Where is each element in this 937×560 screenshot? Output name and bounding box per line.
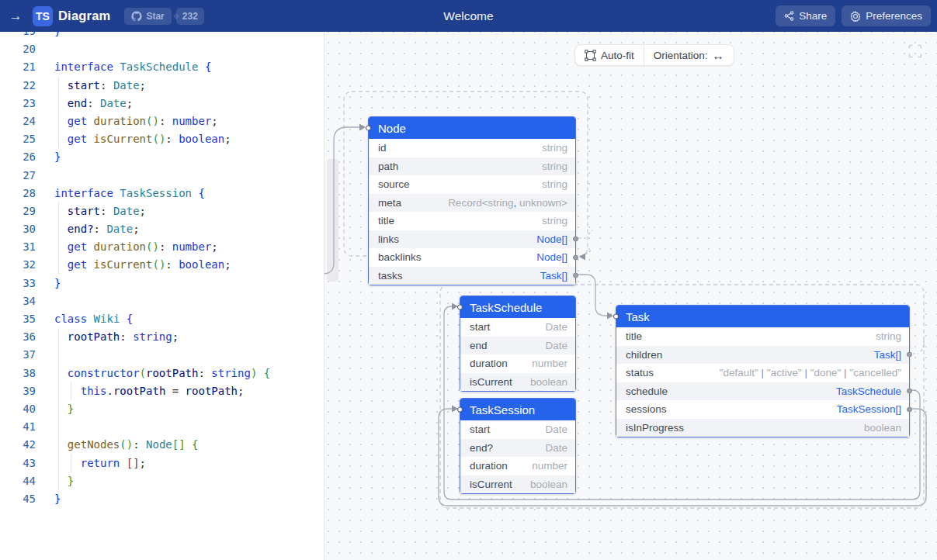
field-type: Node[]: [536, 251, 567, 263]
entity-header-task[interactable]: Task: [616, 306, 909, 327]
edge-tasks-task: [578, 275, 607, 316]
field-name: isInProgress: [626, 422, 684, 434]
code-text: [36, 418, 54, 436]
line-number: 39: [0, 382, 36, 400]
field-row-title[interactable]: titlestring: [369, 212, 575, 230]
fullscreen-icon[interactable]: [908, 44, 922, 58]
code-line[interactable]: 33}: [0, 275, 324, 292]
code-line[interactable]: 34: [0, 292, 324, 310]
code-text: get duration(): number;: [36, 112, 218, 130]
code-line[interactable]: 38 constructor(rootPath: string) {: [0, 365, 324, 382]
field-type: Task[]: [540, 270, 567, 282]
code-line[interactable]: 39 this.rootPath = rootPath;: [0, 382, 324, 400]
line-number: 45: [0, 490, 36, 508]
code-line[interactable]: 43 return [];: [0, 455, 324, 472]
header-right-group: Share Preferences: [776, 5, 931, 26]
field-name: end?: [470, 442, 493, 454]
line-number: 37: [0, 346, 36, 364]
field-row-end[interactable]: end?Date: [460, 439, 575, 458]
code-line[interactable]: 24 get duration(): number;: [0, 112, 324, 130]
entity-node[interactable]: NodeidstringpathstringsourcestringmetaRe…: [368, 116, 576, 285]
code-line[interactable]: 29 start: Date;: [0, 202, 324, 220]
field-name: sessions: [626, 403, 667, 415]
field-row-source[interactable]: sourcestring: [369, 175, 575, 194]
line-number: 28: [0, 185, 36, 202]
code-line[interactable]: 44 }: [0, 472, 324, 490]
code-line[interactable]: 37: [0, 346, 324, 364]
field-name: source: [378, 178, 410, 190]
code-line[interactable]: 20: [0, 40, 324, 58]
field-row-schedule[interactable]: scheduleTaskSchedule: [616, 382, 909, 401]
code-line[interactable]: 26}: [0, 148, 324, 166]
preferences-button[interactable]: Preferences: [842, 5, 931, 26]
code-line[interactable]: 22 start: Date;: [0, 77, 324, 95]
code-editor-panel[interactable]: 19}2021interface TaskSchedule {22 start:…: [0, 32, 324, 560]
orientation-button[interactable]: Orientation: ↔: [644, 45, 734, 65]
field-row-children[interactable]: childrenTask[]: [616, 346, 909, 365]
entity-header-tasksession[interactable]: TaskSession: [460, 399, 575, 420]
code-line[interactable]: 23 end: Date;: [0, 95, 324, 112]
code-line[interactable]: 25 get isCurrent(): boolean;: [0, 130, 324, 148]
field-row-isCurrent[interactable]: isCurrentboolean: [460, 373, 575, 392]
field-name: isCurrent: [470, 376, 512, 388]
app-logo[interactable]: TS: [33, 6, 53, 26]
field-row-start[interactable]: startDate: [460, 318, 575, 337]
code-line[interactable]: 31 get duration(): number;: [0, 238, 324, 256]
entity-header-taskschedule[interactable]: TaskSchedule: [460, 296, 575, 318]
field-row-status[interactable]: status"default" | "active" | "done" | "c…: [616, 364, 909, 382]
code-line[interactable]: 30 end?: Date;: [0, 220, 324, 238]
entity-title: Task: [626, 310, 650, 323]
autofit-label: Auto-fit: [601, 50, 634, 61]
field-row-end[interactable]: endDate: [460, 337, 575, 355]
field-row-duration[interactable]: durationnumber: [460, 354, 575, 373]
field-row-isInProgress[interactable]: isInProgressboolean: [616, 419, 909, 437]
indent-guide: [71, 382, 71, 400]
field-row-links[interactable]: linksNode[]: [369, 230, 575, 249]
field-row-id[interactable]: idstring: [369, 139, 575, 157]
code-text: this.rootPath = rootPath;: [36, 382, 244, 400]
code-line[interactable]: 35class Wiki {: [0, 310, 324, 328]
field-row-sessions[interactable]: sessionsTaskSession[]: [616, 400, 909, 419]
code-line[interactable]: 28interface TaskSession {: [0, 185, 324, 202]
field-name: links: [378, 233, 399, 245]
back-arrow-icon[interactable]: →: [6, 9, 25, 24]
field-type: string: [542, 178, 567, 190]
field-row-meta[interactable]: metaRecord<string, unknown>: [369, 194, 575, 213]
entity-task[interactable]: TasktitlestringchildrenTask[]status"defa…: [616, 305, 910, 437]
field-output-port: [907, 406, 912, 412]
field-row-title[interactable]: titlestring: [616, 327, 909, 346]
field-row-isCurrent[interactable]: isCurrentboolean: [460, 475, 575, 494]
line-number: 33: [0, 275, 36, 292]
share-button[interactable]: Share: [776, 5, 835, 26]
code-text: interface TaskSchedule {: [36, 58, 211, 76]
code-line[interactable]: 45}: [0, 490, 324, 508]
autofit-button[interactable]: Auto-fit: [575, 45, 644, 65]
code-line[interactable]: 32 get isCurrent(): boolean;: [0, 256, 324, 274]
code-line[interactable]: 19}: [0, 32, 324, 40]
line-number: 36: [0, 328, 36, 346]
field-row-path[interactable]: pathstring: [369, 157, 575, 176]
field-type: Date: [545, 340, 567, 351]
code-line[interactable]: 36 rootPath: string;: [0, 328, 324, 346]
field-row-start[interactable]: startDate: [460, 420, 575, 439]
entity-header-node[interactable]: Node: [369, 117, 575, 139]
code-line[interactable]: 40 }: [0, 400, 324, 418]
diagram-canvas[interactable]: Auto-fit Orientation: ↔ Nodeidstringpath…: [324, 32, 937, 560]
field-row-backlinks[interactable]: backlinksNode[]: [369, 248, 575, 267]
code-text: [36, 292, 54, 310]
star-label: Star: [146, 11, 164, 22]
code-line[interactable]: 42 getNodes(): Node[] {: [0, 436, 324, 454]
field-row-duration[interactable]: durationnumber: [460, 457, 575, 475]
field-type: boolean: [864, 422, 901, 434]
field-type: TaskSession[]: [837, 403, 901, 415]
code-line[interactable]: 21interface TaskSchedule {: [0, 58, 324, 76]
line-number: 32: [0, 256, 36, 274]
field-name: title: [626, 330, 642, 342]
field-name: start: [470, 423, 490, 435]
code-line[interactable]: 41: [0, 418, 324, 436]
github-star-badge[interactable]: Star 232: [124, 8, 203, 25]
entity-tasksession[interactable]: TaskSessionstartDateend?Datedurationnumb…: [460, 398, 576, 494]
entity-taskschedule[interactable]: TaskSchedulestartDateendDatedurationnumb…: [460, 296, 576, 392]
field-row-tasks[interactable]: tasksTask[]: [369, 267, 575, 285]
code-line[interactable]: 27: [0, 167, 324, 185]
